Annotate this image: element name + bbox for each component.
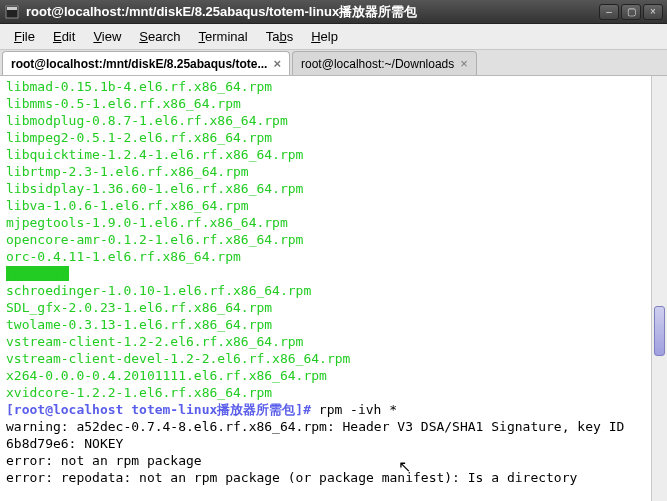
minimize-button[interactable]: –: [599, 4, 619, 20]
tabbar: root@localhost:/mnt/diskE/8.25abaqus/tot…: [0, 50, 667, 76]
tab-label: root@localhost:~/Downloads: [301, 57, 454, 71]
tab-close-icon[interactable]: ×: [273, 56, 281, 71]
menu-edit[interactable]: Edit: [45, 26, 83, 47]
svg-rect-1: [7, 7, 17, 10]
menu-help[interactable]: Help: [303, 26, 346, 47]
maximize-button[interactable]: ▢: [621, 4, 641, 20]
scrollbar-thumb[interactable]: [654, 306, 665, 356]
menu-view[interactable]: View: [85, 26, 129, 47]
app-icon: [4, 4, 20, 20]
menu-tabs[interactable]: Tabs: [258, 26, 301, 47]
terminal-container: libmad-0.15.1b-4.el6.rf.x86_64.rpm libmm…: [0, 76, 667, 501]
tab-1[interactable]: root@localhost:~/Downloads ×: [292, 51, 477, 75]
terminal[interactable]: libmad-0.15.1b-4.el6.rf.x86_64.rpm libmm…: [0, 76, 651, 501]
scrollbar[interactable]: [651, 76, 667, 501]
window-title: root@localhost:/mnt/diskE/8.25abaqus/tot…: [26, 3, 597, 21]
menu-search[interactable]: Search: [131, 26, 188, 47]
tab-0[interactable]: root@localhost:/mnt/diskE/8.25abaqus/tot…: [2, 51, 290, 75]
titlebar: root@localhost:/mnt/diskE/8.25abaqus/tot…: [0, 0, 667, 24]
menubar: File Edit View Search Terminal Tabs Help: [0, 24, 667, 50]
tab-close-icon[interactable]: ×: [460, 56, 468, 71]
close-button[interactable]: ×: [643, 4, 663, 20]
tab-label: root@localhost:/mnt/diskE/8.25abaqus/tot…: [11, 57, 267, 71]
menu-terminal[interactable]: Terminal: [191, 26, 256, 47]
menu-file[interactable]: File: [6, 26, 43, 47]
